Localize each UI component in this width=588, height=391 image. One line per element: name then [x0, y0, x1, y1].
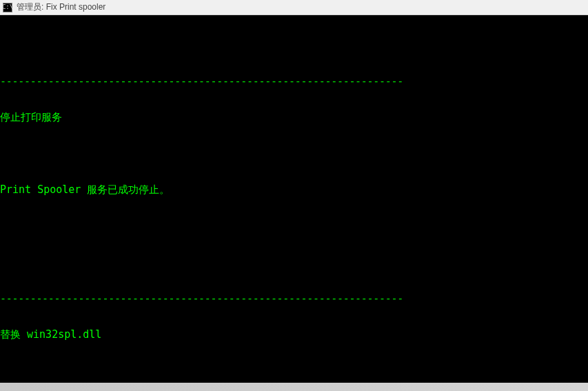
separator: ----------------------------------------… [0, 76, 588, 88]
output-line: Print Spooler 服务已成功停止。 [0, 184, 588, 197]
output-line: 替换 win32spl.dll [0, 329, 588, 341]
titlebar[interactable]: C:\ 管理员: Fix Print spooler [0, 0, 588, 15]
console-output[interactable]: ----------------------------------------… [0, 15, 588, 383]
console-icon: C:\ [3, 3, 12, 12]
desktop-background-sliver [0, 383, 588, 391]
console-window: C:\ 管理员: Fix Print spooler -------------… [0, 0, 588, 383]
output-line: 停止打印服务 [0, 112, 588, 124]
separator: ----------------------------------------… [0, 293, 588, 305]
window-title: 管理员: Fix Print spooler [17, 1, 105, 13]
